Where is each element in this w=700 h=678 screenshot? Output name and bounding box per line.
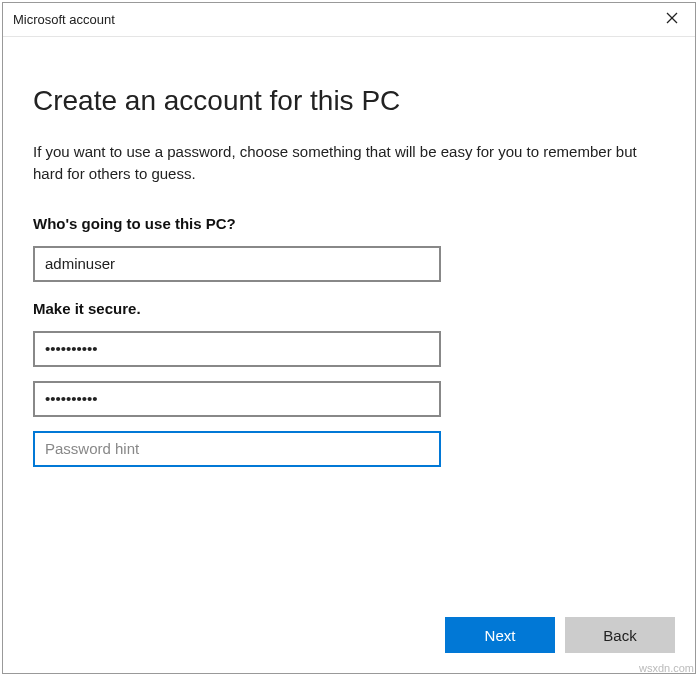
content-area: Create an account for this PC If you wan… [3, 37, 695, 673]
page-heading: Create an account for this PC [33, 85, 665, 117]
window-title: Microsoft account [13, 12, 115, 27]
dialog-window: Microsoft account Create an account for … [2, 2, 696, 674]
next-button[interactable]: Next [445, 617, 555, 653]
username-section-label: Who's going to use this PC? [33, 215, 665, 232]
confirm-password-input[interactable] [33, 381, 441, 417]
back-button[interactable]: Back [565, 617, 675, 653]
password-section-label: Make it secure. [33, 300, 665, 317]
password-input[interactable] [33, 331, 441, 367]
close-icon [666, 12, 678, 27]
close-button[interactable] [649, 3, 695, 37]
username-input[interactable] [33, 246, 441, 282]
watermark-text: wsxdn.com [639, 662, 694, 674]
footer-buttons: Next Back [445, 617, 675, 653]
password-hint-input[interactable] [33, 431, 441, 467]
page-description: If you want to use a password, choose so… [33, 141, 665, 185]
titlebar: Microsoft account [3, 3, 695, 37]
